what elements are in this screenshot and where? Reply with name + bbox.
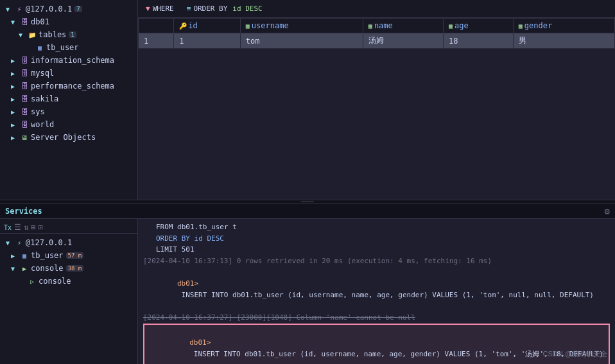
tables-badge: 1 (69, 31, 76, 38)
server-objects-icon: 🖥 (19, 132, 30, 143)
services-console-sub-label: console (39, 277, 71, 286)
sort-icon[interactable]: ⇅ (24, 223, 28, 232)
filter-icon2[interactable]: ⊡ (39, 223, 43, 232)
console-line-1: FROM db01.tb_user t (143, 221, 610, 233)
col-header-id[interactable]: 🔑id (174, 19, 241, 33)
arrow-down-icon: ▼ (3, 4, 13, 14)
gear-button[interactable]: ⚙ (605, 206, 610, 216)
sidebar-tb-user[interactable]: ▦ tb_user (0, 41, 137, 54)
col-header-row-num (139, 19, 174, 33)
console-badge: 38 m (66, 265, 84, 272)
cmd-text-2: INSERT INTO db01.tb_user (id, username, … (189, 350, 603, 358)
sidebar-sys[interactable]: ▶ 🗄 sys (0, 105, 137, 118)
srv-arr2: ▶ (8, 250, 18, 261)
results-table: 🔑id ▦username ▦name ▦age ▦gender (138, 18, 615, 49)
grid-icon[interactable]: ⊞ (31, 223, 35, 232)
sidebar-world[interactable]: ▶ 🗄 world (0, 118, 137, 131)
list-icon[interactable]: ☰ (14, 223, 21, 232)
col-icon-name: ▦ (368, 22, 372, 30)
col-header-name[interactable]: ▦name (363, 19, 443, 33)
sidebar-tb-user-label: tb_user (46, 43, 79, 52)
services-server-label: @127.0.0.1 (26, 238, 72, 247)
services-title: Services (5, 207, 42, 216)
arrow-right-icon7: ▶ (8, 132, 18, 143)
cell-id: 1 (174, 33, 241, 49)
cell-age: 18 (444, 33, 514, 49)
order-label: ORDER BY (193, 4, 227, 13)
col-icon-age: ▦ (449, 22, 453, 30)
db-icon3: 🗄 (19, 68, 30, 78)
services-header: Services ⚙ (0, 204, 615, 219)
db-icon: 🗄 (19, 17, 30, 27)
console-output: FROM db01.tb_user t ORDER BY id DESC LIM… (138, 219, 615, 364)
row-num: 1 (139, 33, 174, 49)
console-line-6: [2024-04-10 16:37:27] [23000][1048] Colu… (143, 312, 610, 324)
services-tb-user[interactable]: ▶ ▦ tb_user 57 m (0, 249, 137, 262)
sidebar-sys-label: sys (31, 107, 45, 116)
sort-icon: ≡ (187, 4, 191, 13)
services-tb-user-label: tb_user (31, 251, 64, 260)
srv-tbl-icon: ▦ (19, 250, 30, 261)
sidebar-server[interactable]: ▼ ⚡ @127.0.0.1 7 (0, 3, 137, 15)
db-icon7: 🗄 (19, 119, 30, 130)
db-icon6: 🗄 (19, 107, 30, 117)
cmd-prompt-2: db01> (189, 338, 211, 347)
query-area: ▼ WHERE ≡ ORDER BY id DESC 🔑id (138, 0, 615, 200)
console-line-2: ORDER BY id DESC (143, 233, 610, 245)
sidebar-info-schema[interactable]: ▶ 🗄 information_schema (0, 54, 137, 67)
sidebar-db01-label: db01 (31, 17, 49, 26)
query-toolbar: ▼ WHERE ≡ ORDER BY id DESC (138, 0, 615, 18)
cons-arr: ▼ (8, 263, 18, 273)
filter-icon: ▼ (146, 4, 150, 13)
order-button[interactable]: ≡ ORDER BY id DESC (184, 3, 265, 14)
services-console-label: console (31, 264, 64, 273)
console-sub-icon: ▷ (27, 276, 37, 286)
sidebar-info-schema-label: information_schema (31, 56, 114, 65)
sidebar-server-objects-label: Server Objects (31, 133, 96, 142)
sidebar-server-objects[interactable]: ▶ 🖥 Server Objects (0, 131, 137, 144)
table-row[interactable]: 1 1 tom 汤姆 18 男 (139, 33, 615, 49)
cell-gender: 男 (513, 33, 614, 49)
db-icon5: 🗄 (19, 94, 30, 104)
sidebar-server-label: @127.0.0.1 (26, 4, 72, 13)
srv-icon: ⚡ (14, 238, 24, 248)
col-icon-username: ▦ (246, 22, 250, 30)
cell-name: 汤姆 (363, 33, 443, 49)
table-icon: ▦ (35, 42, 45, 53)
results-table-wrap: 🔑id ▦username ▦name ▦age ▦gender (138, 18, 615, 200)
arrow-right-icon6: ▶ (8, 119, 18, 130)
services-server[interactable]: ▼ ⚡ @127.0.0.1 (0, 236, 137, 249)
arrow-right-icon2: ▶ (8, 68, 18, 78)
services-sidebar: Tx ☰ ⇅ ⊞ ⊡ ▼ ⚡ @127.0.0.1 ▶ ▦ tb_user 57… (0, 219, 138, 364)
order-value: id DESC (232, 4, 262, 13)
sidebar-tables[interactable]: ▼ 📁 tables 1 (0, 28, 137, 41)
sidebar-mysql[interactable]: ▶ 🗄 mysql (0, 67, 137, 80)
db-icon2: 🗄 (19, 55, 30, 65)
col-header-username[interactable]: ▦username (240, 19, 363, 33)
console-icon: ▶ (19, 263, 30, 273)
cell-username: tom (240, 33, 363, 49)
arrow-right-icon4: ▶ (8, 94, 18, 104)
db-icon4: 🗄 (19, 81, 30, 91)
arrow-right-icon3: ▶ (8, 81, 18, 91)
sidebar-tables-label: tables (39, 30, 66, 39)
cmd-text-1: INSERT INTO db01.tb_user (id, username, … (177, 291, 594, 299)
col-header-age[interactable]: ▦age (444, 19, 514, 33)
tx-label: Tx (4, 224, 12, 231)
folder-icon: 📁 (27, 30, 37, 40)
services-area: Services ⚙ Tx ☰ ⇅ ⊞ ⊡ ▼ ⚡ @127.0.0.1 ▶ ▦… (0, 204, 615, 364)
sidebar-db01[interactable]: ▼ 🗄 db01 (0, 15, 137, 28)
console-line-4: [2024-04-10 16:37:13] 0 rows retrieved i… (143, 256, 610, 267)
sidebar: ▼ ⚡ @127.0.0.1 7 ▼ 🗄 db01 ▼ 📁 tables 1 ▦… (0, 0, 138, 200)
col-header-gender[interactable]: ▦gender (513, 19, 614, 33)
services-content: Tx ☰ ⇅ ⊞ ⊡ ▼ ⚡ @127.0.0.1 ▶ ▦ tb_user 57… (0, 219, 615, 364)
services-console[interactable]: ▼ ▶ console 38 m (0, 262, 137, 275)
where-button[interactable]: ▼ WHERE (143, 3, 177, 14)
col-icon-gender: ▦ (519, 22, 523, 30)
server-icon: ⚡ (14, 4, 24, 14)
highlighted-block: db01> INSERT INTO db01.tb_user (id, user… (143, 324, 610, 364)
sidebar-perf-schema[interactable]: ▶ 🗄 performance_schema (0, 80, 137, 92)
services-console-sub[interactable]: ▷ console (0, 275, 137, 288)
sidebar-sakila[interactable]: ▶ 🗄 sakila (0, 92, 137, 105)
pk-icon: 🔑 (179, 22, 187, 30)
